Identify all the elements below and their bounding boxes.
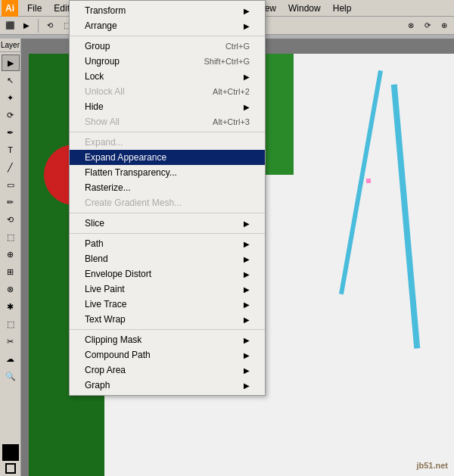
watermark: jb51.net [416, 461, 448, 470]
menu-help[interactable]: Help [327, 2, 358, 15]
menu-item-graph[interactable]: Graph ▶ [70, 378, 265, 393]
menu-item-expand-appearance[interactable]: Expand Appearance [70, 150, 265, 165]
tool-warp[interactable]: ⊕ [2, 246, 20, 263]
tool-pen[interactable]: ✒ [2, 124, 20, 141]
tool-magic-wand[interactable]: ✦ [2, 89, 20, 106]
tool-rotate[interactable]: ⟲ [2, 211, 20, 228]
tool-hand[interactable]: ☁ [2, 350, 20, 367]
tool-eyedropper[interactable]: ✱ [2, 298, 20, 315]
tool-blend[interactable]: ⬚ [2, 316, 20, 332]
arrow-slice: ▶ [244, 219, 250, 228]
tool-lasso[interactable]: ⟳ [2, 107, 20, 123]
separator-3 [70, 213, 265, 213]
menu-item-arrange[interactable]: Arrange ▶ [70, 18, 265, 33]
arrow-crop: ▶ [244, 366, 250, 375]
color-fill[interactable] [2, 444, 19, 461]
object-dropdown-menu: Transform ▶ Arrange ▶ Group Ctrl+G Ungro… [69, 0, 266, 396]
tool-direct-select[interactable]: ↖ [2, 72, 20, 89]
arrow-arrange: ▶ [244, 22, 250, 30]
toolbar-icon-10[interactable]: ⊕ [437, 19, 451, 33]
menu-item-blend[interactable]: Blend ▶ [70, 251, 265, 266]
arrow-hide: ▶ [244, 103, 250, 111]
arrow-compound: ▶ [244, 351, 250, 359]
tool-line[interactable]: ╱ [2, 159, 20, 176]
layer-panel-header: Layer [0, 39, 21, 52]
menu-item-live-trace[interactable]: Live Trace ▶ [70, 297, 265, 312]
menu-item-hide[interactable]: Hide ▶ [70, 99, 265, 114]
tool-zoom[interactable]: 🔍 [2, 368, 20, 384]
arrow-envelope: ▶ [244, 270, 250, 278]
menu-item-compound-path[interactable]: Compound Path ▶ [70, 347, 265, 362]
menu-item-expand[interactable]: Expand... [70, 135, 265, 150]
tool-scale[interactable]: ⬚ [2, 229, 20, 245]
menu-item-group[interactable]: Group Ctrl+G [70, 39, 265, 54]
arrow-graph: ▶ [244, 381, 250, 390]
separator-5 [70, 329, 265, 330]
menu-item-clipping-mask[interactable]: Clipping Mask ▶ [70, 332, 265, 347]
menu-item-live-paint[interactable]: Live Paint ▶ [70, 282, 265, 297]
menu-item-transform[interactable]: Transform ▶ [70, 3, 265, 18]
tool-graph[interactable]: ⊞ [2, 263, 20, 280]
arrow-blend: ▶ [244, 255, 250, 263]
tool-gradient[interactable]: ⊗ [2, 281, 20, 297]
art-stripe-2 [339, 70, 383, 294]
toolbar-icon-9[interactable]: ⟳ [421, 19, 434, 33]
app-logo: Ai [2, 0, 18, 17]
tool-type[interactable]: T [2, 142, 20, 158]
arrow-path: ▶ [244, 240, 250, 248]
separator-2 [70, 132, 265, 132]
menu-item-text-wrap[interactable]: Text Wrap ▶ [70, 312, 265, 327]
menu-item-crop-area[interactable]: Crop Area ▶ [70, 362, 265, 378]
left-toolbar: ▶ ↖ ✦ ⟳ ✒ T ╱ ▭ ✏ ⟲ ⬚ ⊕ ⊞ ⊗ ✱ ⬚ ✂ ☁ 🔍 [0, 39, 21, 476]
toolbar-icon-8[interactable]: ⊗ [404, 19, 418, 33]
menu-item-lock[interactable]: Lock ▶ [70, 69, 265, 84]
tool-brush[interactable]: ✏ [2, 194, 20, 210]
art-stripe-1 [391, 84, 420, 348]
menu-item-slice[interactable]: Slice ▶ [70, 216, 265, 231]
arrow-text-wrap: ▶ [244, 316, 250, 324]
menu-window[interactable]: Window [282, 2, 327, 15]
menu-item-gradient-mesh[interactable]: Create Gradient Mesh... [70, 195, 265, 210]
separator-4 [70, 233, 265, 234]
tool-select[interactable]: ▶ [2, 54, 20, 71]
color-stroke[interactable] [5, 463, 16, 474]
toolbar-icon-3[interactable]: ⟲ [43, 19, 57, 33]
arrow-live-trace: ▶ [244, 300, 250, 309]
menu-item-ungroup[interactable]: Ungroup Shift+Ctrl+G [70, 54, 265, 69]
toolbar-icon-2[interactable]: ▶ [20, 19, 33, 33]
menu-item-flatten-transparency[interactable]: Flatten Transparency... [70, 165, 265, 180]
arrow-live-paint: ▶ [244, 285, 250, 294]
tool-rect[interactable]: ▭ [2, 176, 20, 193]
menu-item-path[interactable]: Path ▶ [70, 236, 265, 251]
menu-item-rasterize[interactable]: Rasterize... [70, 180, 265, 195]
arrow-lock: ▶ [244, 73, 250, 81]
art-pink-dot [366, 179, 371, 183]
menu-item-envelope-distort[interactable]: Envelope Distort ▶ [70, 266, 265, 282]
arrow-transform: ▶ [244, 7, 250, 15]
menu-file[interactable]: File [21, 2, 48, 15]
tool-scissors[interactable]: ✂ [2, 333, 20, 350]
separator-1 [70, 36, 265, 36]
toolbar-separator-1 [38, 19, 39, 33]
arrow-clipping: ▶ [244, 336, 250, 344]
toolbar-icon-1[interactable]: ⬛ [3, 19, 17, 33]
menu-item-unlock-all[interactable]: Unlock All Alt+Ctrl+2 [70, 84, 265, 99]
menu-item-show-all[interactable]: Show All Alt+Ctrl+3 [70, 114, 265, 129]
